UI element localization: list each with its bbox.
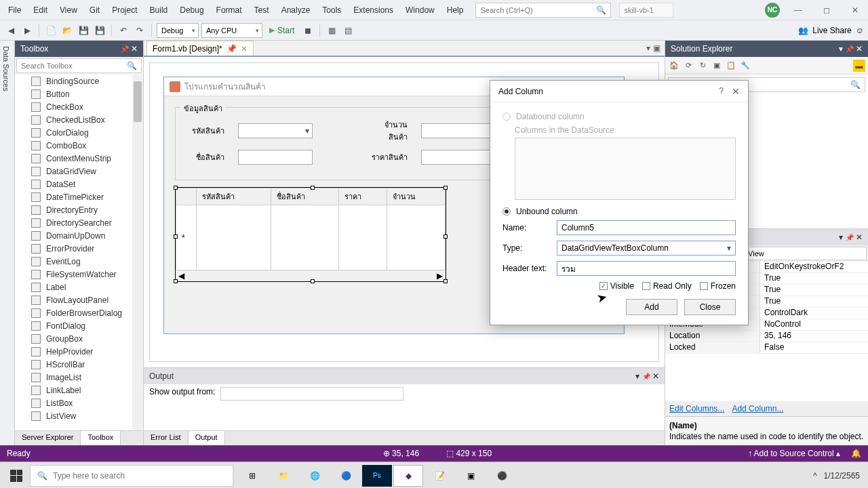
dropdown-icon[interactable]: ▾ [646,43,650,53]
toolbox-item[interactable]: FileSystemWatcher [15,268,143,281]
notepad-icon[interactable]: 📝 [425,465,454,487]
datagridview[interactable]: รหัสสินค้า ชื่อสินค้า ราคา จำนวน * ◀▶ [175,187,446,282]
scrollbar[interactable] [132,75,143,430]
liveshare-label[interactable]: Live Share [812,26,851,35]
start-button[interactable]: Start [265,26,298,35]
column-name-input[interactable] [557,220,736,235]
config-combo[interactable]: Debug [157,23,199,38]
toolbox-item[interactable]: HelpProvider [15,345,143,358]
edge-icon[interactable]: 🌐 [300,465,330,487]
dropdown-icon[interactable]: ▾ [839,232,843,242]
toolbox-item[interactable]: CheckedListBox [15,113,143,126]
window-icon[interactable]: ▣ [653,43,660,53]
visualstudio-icon[interactable]: ◆ [393,465,423,487]
menu-tools[interactable]: Tools [317,3,347,18]
menu-window[interactable]: Window [400,3,440,18]
close-icon[interactable]: ✕ [856,232,863,242]
show-all-icon[interactable]: 📋 [725,60,737,72]
collapse-icon[interactable]: ▣ [711,60,723,72]
toolbox-item[interactable]: LinkLabel [15,384,143,396]
toolbox-item[interactable]: FlowLayoutPanel [15,293,143,306]
toolbox-item[interactable]: CheckBox [15,100,143,113]
platform-combo[interactable]: Any CPU [201,23,262,38]
menu-view[interactable]: View [54,3,83,18]
obs-icon[interactable]: ⚫ [487,465,517,487]
add-button[interactable]: Add [626,299,677,315]
quantity-input[interactable] [421,123,496,138]
menu-help[interactable]: Help [441,3,469,18]
form-designer-tab[interactable]: Form1.vb [Design]* 📌 ✕ [146,41,254,56]
edit-columns-link[interactable]: Edit Columns... [669,404,724,413]
readonly-checkbox[interactable]: Read Only [642,281,692,291]
product-code-combo[interactable] [238,123,313,138]
error-list-tab[interactable]: Error List [144,431,189,445]
pin-icon[interactable]: 📌 [121,45,129,53]
add-column-link[interactable]: Add Column... [732,404,783,413]
menu-file[interactable]: File [3,3,26,18]
preview-icon[interactable]: ▬ [853,60,865,72]
close-button[interactable]: Close [684,299,736,315]
server-explorer-tab[interactable]: Server Explorer [15,431,81,445]
toolbox-item[interactable]: FontDialog [15,319,143,332]
save-icon[interactable]: 💾 [77,24,90,37]
toolbox-item[interactable]: ImageList [15,371,143,384]
toolbox-item[interactable]: DateTimePicker [15,190,143,203]
redo-icon[interactable]: ↷ [133,24,146,37]
toolbox-item[interactable]: DirectorySearcher [15,216,143,229]
close-icon[interactable]: ✕ [652,371,659,381]
menu-format[interactable]: Format [211,3,248,18]
menu-git[interactable]: Git [84,3,105,18]
feedback-icon[interactable]: ☺ [856,26,864,35]
close-panel-icon[interactable]: ✕ [131,44,138,54]
output-source-combo[interactable] [220,387,403,401]
toolbox-item[interactable]: DataGridView [15,165,143,178]
toolbox-item[interactable]: DataSet [15,178,143,190]
tab-pin-icon[interactable]: 📌 [226,44,237,54]
product-name-input[interactable] [238,150,313,165]
user-badge[interactable]: NC [765,3,780,18]
toolbox-item[interactable]: BindingSource [15,75,143,87]
properties-icon[interactable]: 🔧 [739,60,751,72]
stop-icon[interactable]: ◼ [301,24,315,37]
tray-chevron-icon[interactable]: ^ [813,471,817,481]
toolbox-item[interactable]: FolderBrowserDialog [15,306,143,319]
close-button[interactable]: ✕ [845,3,865,18]
toolbox-item[interactable]: ComboBox [15,139,143,152]
dropdown-icon[interactable]: ▾ [839,44,843,54]
photoshop-icon[interactable]: Ps [362,465,392,487]
toolbox-list[interactable]: BindingSourceButtonCheckBoxCheckedListBo… [15,75,143,430]
toolbox-item[interactable]: ErrorProvider [15,242,143,255]
menu-debug[interactable]: Debug [174,3,209,18]
explorer-icon[interactable]: 📁 [269,465,298,487]
toolbox-tab[interactable]: Toolbox [81,431,121,445]
maximize-button[interactable]: ◻ [816,3,837,18]
menu-edit[interactable]: Edit [28,3,53,18]
refresh-icon[interactable]: ⟳ [682,60,694,72]
close-icon[interactable]: ✕ [856,44,863,54]
search-input[interactable] [480,6,589,14]
toolbox-search[interactable]: 🔍 [16,58,142,73]
toolbox-item[interactable]: ColorDialog [15,126,143,139]
toolbox-item[interactable]: Button [15,87,143,100]
toolbox-item[interactable]: ListBox [15,396,143,409]
toolbox-item[interactable]: DirectoryEntry [15,203,143,216]
layout-icon[interactable]: ▦ [325,24,338,37]
data-sources-tab[interactable]: Data Sources [0,41,15,445]
pin-icon[interactable]: 📌 [642,373,650,380]
scroll-thumb[interactable] [134,81,142,122]
output-tab[interactable]: Output [189,431,225,445]
dialog-close-icon[interactable]: ✕ [732,86,740,97]
start-button[interactable] [3,465,30,487]
sync-icon[interactable]: ↻ [696,60,709,72]
toolbox-item[interactable]: DomainUpDown [15,229,143,242]
align-icon[interactable]: ▤ [341,24,355,37]
menu-project[interactable]: Project [106,3,142,18]
menu-extensions[interactable]: Extensions [348,3,399,18]
menu-test[interactable]: Test [249,3,275,18]
taskview-icon[interactable]: ⊞ [237,465,267,487]
undo-icon[interactable]: ↶ [117,24,130,37]
price-input[interactable] [421,150,496,165]
pin-icon[interactable]: 📌 [846,45,854,53]
menu-analyze[interactable]: Analyze [276,3,316,18]
back-icon[interactable]: ◀ [4,24,18,37]
